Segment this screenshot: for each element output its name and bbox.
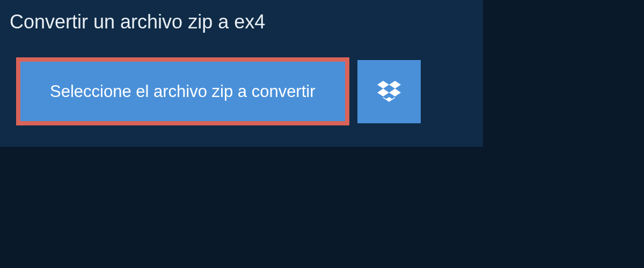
page-title: Convertir un archivo zip a ex4 — [0, 0, 287, 44]
dropbox-button[interactable] — [357, 60, 421, 123]
converter-panel: Convertir un archivo zip a ex4 Seleccion… — [0, 0, 483, 147]
dropbox-icon — [377, 79, 401, 104]
button-row: Seleccione el archivo zip a convertir — [0, 44, 483, 125]
select-file-highlight: Seleccione el archivo zip a convertir — [16, 57, 349, 125]
select-file-button[interactable]: Seleccione el archivo zip a convertir — [20, 62, 345, 121]
